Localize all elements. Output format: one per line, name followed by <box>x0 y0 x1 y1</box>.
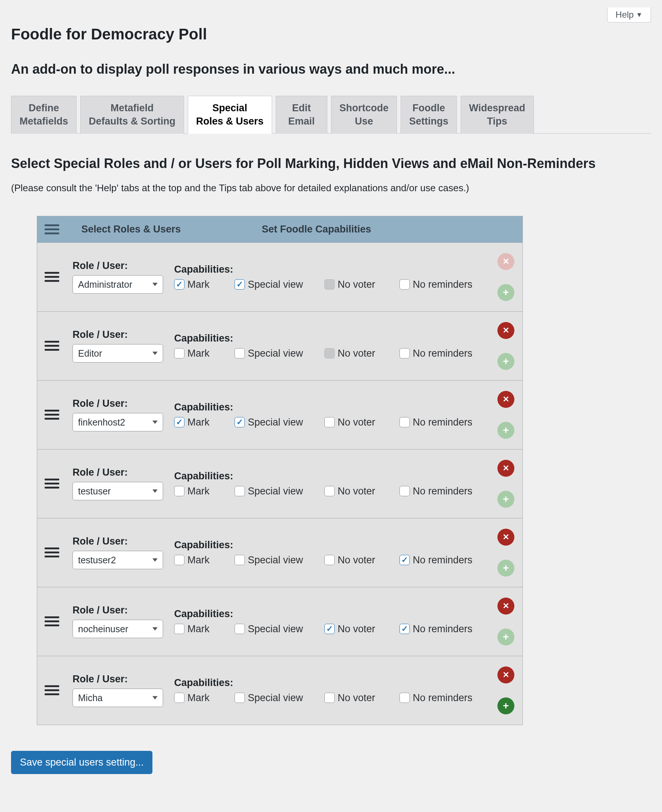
checkbox[interactable] <box>400 693 410 703</box>
drag-handle-icon[interactable] <box>45 478 59 488</box>
delete-row-button[interactable]: ✕ <box>497 391 514 408</box>
role-user-select[interactable]: Editor <box>72 344 163 362</box>
delete-row-button[interactable]: ✕ <box>497 322 514 339</box>
checkbox[interactable] <box>174 693 185 703</box>
role-user-select[interactable]: Administrator <box>72 275 163 294</box>
checkbox[interactable] <box>235 348 245 358</box>
tab-0[interactable]: DefineMetafields <box>11 96 77 134</box>
cap-norem-label: No reminders <box>413 692 472 704</box>
drag-handle-icon[interactable] <box>45 410 59 420</box>
role-row: Role / User: testuser Capabilities: Mark… <box>37 449 522 518</box>
checkbox[interactable] <box>325 555 335 565</box>
checkbox <box>325 279 335 290</box>
role-user-select[interactable]: Micha <box>72 689 163 707</box>
close-icon: ✕ <box>503 464 509 473</box>
cap-mark-label: Mark <box>187 692 209 704</box>
drag-handle-icon[interactable] <box>45 341 59 351</box>
checkbox[interactable] <box>235 555 245 565</box>
delete-row-button[interactable]: ✕ <box>497 598 514 614</box>
tab-2[interactable]: SpecialRoles & Users <box>188 96 272 134</box>
plus-icon: + <box>503 356 509 367</box>
checkbox[interactable] <box>325 693 335 703</box>
section-note: (Please consult the 'Help' tabs at the t… <box>11 182 651 194</box>
checkbox[interactable] <box>174 348 185 358</box>
checkbox[interactable] <box>400 624 410 634</box>
cap-mark-label: Mark <box>187 554 209 566</box>
add-row-button: + <box>497 284 514 301</box>
plus-icon: + <box>503 425 509 435</box>
checkbox[interactable] <box>235 624 245 634</box>
cap-mark-label: Mark <box>187 624 209 635</box>
checkbox[interactable] <box>235 486 245 496</box>
tab-4[interactable]: ShortcodeUse <box>331 96 397 134</box>
plus-icon: + <box>503 632 509 642</box>
cap-novoter-label: No voter <box>337 624 375 635</box>
add-row-button[interactable]: + <box>497 698 514 714</box>
drag-handle-icon[interactable] <box>45 548 59 557</box>
tab-5[interactable]: FoodleSettings <box>400 96 457 134</box>
cap-novoter-label: No voter <box>337 554 375 566</box>
checkbox[interactable] <box>235 693 245 703</box>
drag-handle-icon[interactable] <box>45 685 59 695</box>
role-user-select[interactable]: testuser2 <box>72 551 163 569</box>
close-icon: ✕ <box>503 601 509 611</box>
role-row: Role / User: testuser2 Capabilities: Mar… <box>37 518 522 587</box>
save-button[interactable]: Save special users setting... <box>11 751 153 774</box>
delete-row-button[interactable]: ✕ <box>497 667 514 683</box>
checkbox[interactable] <box>174 624 185 634</box>
role-user-label: Role / User: <box>72 673 168 685</box>
cap-mark-label: Mark <box>187 348 209 359</box>
role-user-select[interactable]: finkenhost2 <box>72 413 163 432</box>
checkbox[interactable] <box>174 417 185 427</box>
close-icon: ✕ <box>503 257 509 266</box>
cap-novoter-label: No voter <box>337 486 375 497</box>
role-user-select[interactable]: nocheinuser <box>72 620 163 638</box>
panel-header: Select Roles & Users Set Foodle Capabili… <box>37 216 522 242</box>
checkbox[interactable] <box>235 417 245 427</box>
delete-row-button[interactable]: ✕ <box>497 529 514 546</box>
cap-special-label: Special view <box>248 279 303 290</box>
plus-icon: + <box>503 287 509 298</box>
checkbox[interactable] <box>174 279 185 290</box>
cap-special-label: Special view <box>248 624 303 635</box>
close-icon: ✕ <box>503 326 509 335</box>
checkbox[interactable] <box>400 555 410 565</box>
chevron-down-icon: ▼ <box>636 11 643 19</box>
role-row: Role / User: Administrator Capabilities:… <box>37 242 522 311</box>
delete-row-button[interactable]: ✕ <box>497 460 514 477</box>
roles-panel: Select Roles & Users Set Foodle Capabili… <box>37 216 523 725</box>
page-subtitle: An add-on to display poll responses in v… <box>11 61 651 77</box>
section-title: Select Special Roles and / or Users for … <box>11 156 651 171</box>
cap-norem-label: No reminders <box>413 486 472 497</box>
close-icon: ✕ <box>503 395 509 404</box>
checkbox[interactable] <box>400 486 410 496</box>
role-user-select[interactable]: testuser <box>72 482 163 500</box>
tab-3[interactable]: EditEmail <box>276 96 327 134</box>
capabilities-label: Capabilities: <box>174 608 491 620</box>
drag-handle-icon[interactable] <box>45 616 59 626</box>
role-user-label: Role / User: <box>72 398 168 409</box>
checkbox[interactable] <box>235 279 245 290</box>
role-row: Role / User: Editor Capabilities: Mark S… <box>37 311 522 380</box>
role-row: Role / User: nocheinuser Capabilities: M… <box>37 587 522 656</box>
add-row-button: + <box>497 422 514 439</box>
checkbox[interactable] <box>400 348 410 358</box>
help-dropdown[interactable]: Help ▼ <box>607 7 651 23</box>
checkbox[interactable] <box>174 486 185 496</box>
tabs-bar: DefineMetafieldsMetafieldDefaults & Sort… <box>11 95 651 134</box>
add-row-button: + <box>497 560 514 577</box>
role-row: Role / User: Micha Capabilities: Mark Sp… <box>37 656 522 725</box>
tab-6[interactable]: WidespreadTips <box>461 96 534 134</box>
tab-1[interactable]: MetafieldDefaults & Sorting <box>80 96 184 134</box>
cap-novoter-label: No voter <box>337 348 375 359</box>
checkbox[interactable] <box>325 624 335 634</box>
checkbox[interactable] <box>400 417 410 427</box>
checkbox[interactable] <box>325 417 335 427</box>
plus-icon: + <box>503 494 509 504</box>
checkbox[interactable] <box>325 486 335 496</box>
drag-handle-icon[interactable] <box>45 272 59 282</box>
cap-norem-label: No reminders <box>413 624 472 635</box>
cap-special-label: Special view <box>248 417 303 428</box>
checkbox[interactable] <box>174 555 185 565</box>
checkbox[interactable] <box>400 279 410 290</box>
